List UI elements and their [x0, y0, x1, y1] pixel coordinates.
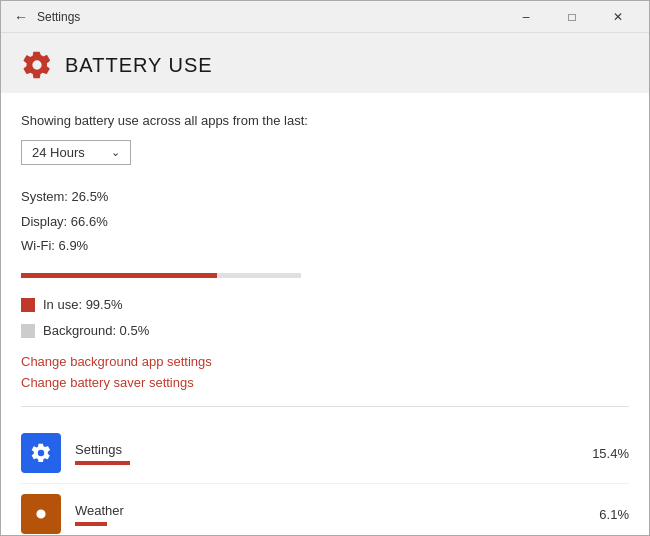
settings-app-name: Settings: [75, 442, 582, 457]
in-use-color-box: [21, 298, 35, 312]
background-color-box: [21, 324, 35, 338]
time-range-dropdown[interactable]: 24 Hours ⌄: [21, 140, 131, 165]
usage-progress-bar: [21, 273, 629, 278]
usage-legend: In use: 99.5% Background: 0.5%: [21, 292, 629, 344]
settings-app-percent: 15.4%: [592, 446, 629, 461]
settings-app-info: Settings: [75, 442, 582, 465]
page-title: BATTERY USE: [65, 54, 213, 77]
window: ← Settings – □ ✕ BATTERY USE Showing bat…: [0, 0, 650, 536]
app-list: Settings 15.4% Weather 6.1%: [21, 423, 629, 535]
weather-app-info: Weather: [75, 503, 589, 526]
background-label: Background: 0.5%: [43, 318, 149, 344]
wifi-stat: Wi-Fi: 6.9%: [21, 234, 629, 259]
gear-icon: [21, 49, 53, 81]
minimize-button[interactable]: –: [503, 1, 549, 33]
subtitle-text: Showing battery use across all apps from…: [21, 113, 629, 128]
content-area: Showing battery use across all apps from…: [1, 93, 649, 535]
title-bar: ← Settings – □ ✕: [1, 1, 649, 33]
maximize-button[interactable]: □: [549, 1, 595, 33]
close-button[interactable]: ✕: [595, 1, 641, 33]
svg-point-0: [37, 510, 44, 517]
progress-bar-fill: [21, 273, 217, 278]
battery-stats: System: 26.5% Display: 66.6% Wi-Fi: 6.9%: [21, 185, 629, 259]
list-item: Settings 15.4%: [21, 423, 629, 484]
back-button[interactable]: ←: [9, 5, 33, 29]
weather-app-name: Weather: [75, 503, 589, 518]
system-stat: System: 26.5%: [21, 185, 629, 210]
dropdown-value: 24 Hours: [32, 145, 85, 160]
window-controls: – □ ✕: [503, 1, 641, 33]
progress-bar-track: [21, 273, 301, 278]
settings-app-bar: [75, 461, 130, 465]
chevron-down-icon: ⌄: [111, 146, 120, 159]
in-use-legend-item: In use: 99.5%: [21, 292, 629, 318]
weather-app-percent: 6.1%: [599, 507, 629, 522]
divider: [21, 406, 629, 407]
background-legend-item: Background: 0.5%: [21, 318, 629, 344]
change-battery-saver-link[interactable]: Change battery saver settings: [21, 375, 629, 390]
weather-app-bar: [75, 522, 107, 526]
list-item: Weather 6.1%: [21, 484, 629, 535]
in-use-label: In use: 99.5%: [43, 292, 123, 318]
weather-app-icon: [21, 494, 61, 534]
display-stat: Display: 66.6%: [21, 210, 629, 235]
window-title: Settings: [37, 10, 503, 24]
change-background-link[interactable]: Change background app settings: [21, 354, 629, 369]
settings-app-icon: [21, 433, 61, 473]
page-header: BATTERY USE: [1, 33, 649, 93]
